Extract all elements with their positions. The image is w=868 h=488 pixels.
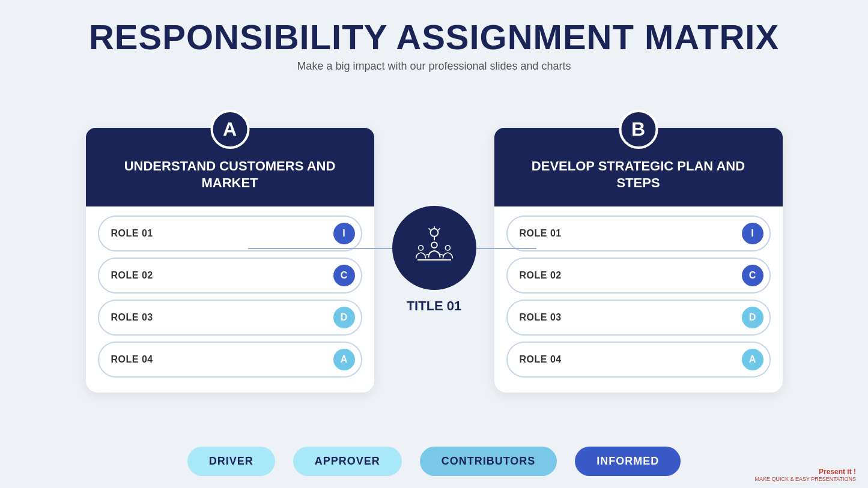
list-item: ROLE 03 D [506, 300, 771, 336]
footer-badge[interactable]: APPROVER [293, 447, 402, 476]
logo-line1: Present it ! [754, 468, 856, 476]
role-badge: A [742, 349, 763, 370]
list-item: ROLE 04 A [506, 342, 771, 378]
role-label: ROLE 01 [111, 228, 153, 239]
card-b: B DEVELOP STRATEGIC PLAN AND STEPS ROLE … [494, 128, 783, 393]
role-label: ROLE 01 [520, 228, 562, 239]
role-label: ROLE 03 [520, 312, 562, 323]
footer: DRIVERAPPROVERCONTRIBUTORSINFORMED [36, 447, 832, 476]
list-item: ROLE 01 I [506, 215, 771, 252]
card-b-roles: ROLE 01 I ROLE 02 C ROLE 03 D ROLE 04 A [494, 206, 783, 381]
header: RESPONSIBILITY ASSIGNMENT MATRIX Make a … [89, 18, 779, 73]
page: RESPONSIBILITY ASSIGNMENT MATRIX Make a … [0, 0, 868, 488]
svg-line-4 [428, 229, 430, 230]
role-badge: D [333, 307, 355, 328]
role-badge: C [333, 265, 355, 286]
role-label: ROLE 04 [111, 354, 153, 365]
role-badge: C [742, 265, 763, 286]
card-a-roles: ROLE 01 I ROLE 02 C ROLE 03 D ROLE 04 A [86, 206, 374, 381]
svg-point-5 [431, 242, 437, 249]
list-item: ROLE 01 I [98, 215, 362, 252]
role-badge: A [333, 349, 355, 370]
card-b-letter-badge: B [619, 110, 658, 149]
card-a: A UNDERSTAND CUSTOMERS AND MARKET ROLE 0… [86, 128, 374, 393]
logo-line2: MAKE QUICK & EASY PRESENTATIONS [754, 476, 856, 482]
main-title: RESPONSIBILITY ASSIGNMENT MATRIX [89, 18, 779, 56]
card-a-letter-badge: A [210, 110, 249, 149]
footer-badge[interactable]: INFORMED [575, 447, 681, 476]
svg-line-8 [425, 255, 428, 256]
card-a-title: UNDERSTAND CUSTOMERS AND MARKET [104, 158, 356, 192]
role-badge: D [742, 307, 763, 328]
center-circle [392, 206, 476, 290]
role-label: ROLE 04 [520, 354, 562, 365]
role-label: ROLE 02 [520, 270, 562, 281]
role-label: ROLE 02 [111, 270, 153, 281]
role-badge: I [333, 223, 355, 244]
role-badge: I [742, 223, 763, 244]
footer-badge[interactable]: CONTRIBUTORS [420, 447, 557, 476]
main-content: A UNDERSTAND CUSTOMERS AND MARKET ROLE 0… [36, 85, 832, 436]
svg-point-7 [445, 246, 450, 250]
center-title: TITLE 01 [407, 298, 462, 314]
list-item: ROLE 04 A [98, 342, 362, 378]
team-icon [410, 224, 458, 272]
list-item: ROLE 02 C [506, 258, 771, 294]
footer-badge[interactable]: DRIVER [187, 447, 275, 476]
svg-line-3 [438, 229, 440, 230]
svg-point-0 [430, 229, 438, 236]
svg-point-6 [418, 246, 423, 250]
card-b-title: DEVELOP STRATEGIC PLAN AND STEPS [512, 158, 765, 192]
subtitle: Make a big impact with our professional … [89, 60, 779, 73]
svg-line-9 [440, 255, 443, 256]
list-item: ROLE 03 D [98, 300, 362, 336]
list-item: ROLE 02 C [98, 258, 362, 294]
logo: Present it ! MAKE QUICK & EASY PRESENTAT… [754, 468, 856, 482]
center-area: TITLE 01 [374, 206, 494, 314]
role-label: ROLE 03 [111, 312, 153, 323]
